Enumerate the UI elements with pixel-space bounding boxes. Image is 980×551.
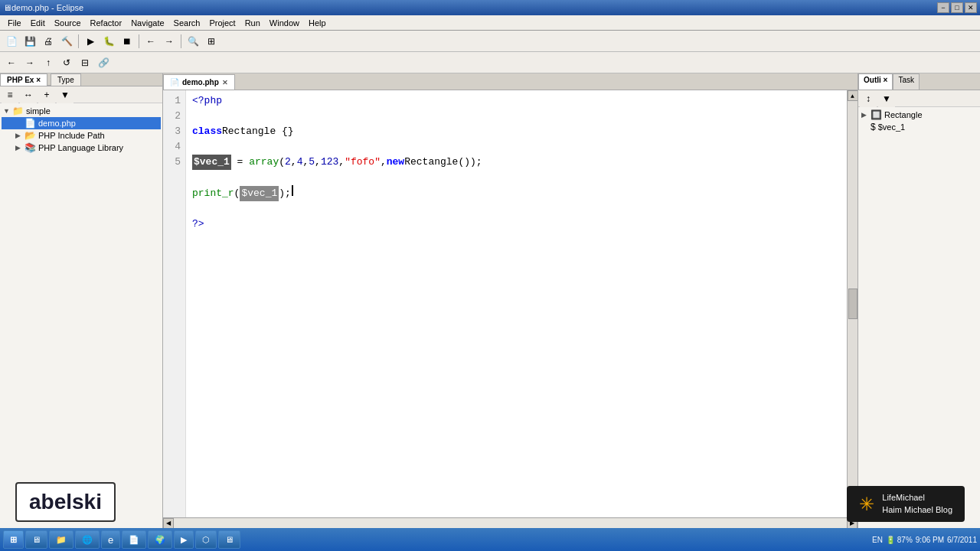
left-panel-toolbar: ≡ ↔ + ▼ bbox=[0, 86, 162, 103]
chrome-button[interactable]: 🌐 bbox=[75, 530, 100, 549]
outline-label-vec1: $vec_1 bbox=[878, 122, 905, 132]
watermark-subtitle: Haim Michael Blog bbox=[882, 504, 952, 516]
search-button[interactable]: 🔍 bbox=[185, 33, 201, 50]
tab-close-button[interactable]: ✕ bbox=[222, 79, 228, 86]
tray-battery: 🔋 87% bbox=[886, 536, 913, 544]
maximize-button[interactable]: □ bbox=[951, 2, 963, 13]
menu-project[interactable]: Project bbox=[204, 17, 240, 29]
hscroll-left[interactable]: ◀ bbox=[163, 518, 174, 529]
title-bar-text: demo.php - Eclipse bbox=[11, 3, 937, 12]
eclipse-button[interactable]: ⬡ bbox=[195, 530, 217, 549]
watermark-left: abelski bbox=[15, 482, 116, 522]
outline-filter-button[interactable]: ▼ bbox=[878, 90, 895, 107]
new-button[interactable]: 📄 bbox=[3, 33, 20, 50]
debug-button[interactable]: 🐛 bbox=[100, 33, 117, 50]
close-button[interactable]: ✕ bbox=[965, 2, 977, 13]
menu-bar: File Edit Source Refactor Navigate Searc… bbox=[0, 15, 980, 31]
new-php-button[interactable]: + bbox=[38, 86, 55, 103]
refresh-button[interactable]: ↺ bbox=[58, 54, 75, 71]
tab-task[interactable]: Task bbox=[893, 73, 920, 90]
forward-button[interactable]: → bbox=[161, 33, 178, 50]
forward2-button[interactable]: → bbox=[21, 54, 38, 71]
outline-item-rectangle[interactable]: ▶ 🔲 Rectangle bbox=[860, 109, 978, 121]
menu-refactor[interactable]: Refactor bbox=[86, 17, 127, 29]
expand-arrow-vec bbox=[861, 123, 871, 131]
collapse-button[interactable]: ⊟ bbox=[77, 54, 93, 71]
expand-arrow-file bbox=[15, 119, 24, 127]
php-file-icon: 📄 bbox=[24, 118, 36, 129]
editor-tab-demo[interactable]: 📄 demo.php ✕ bbox=[163, 74, 235, 90]
main-area: PHP Ex × Type ≡ ↔ + ▼ ▼ 📁 simple 📄 demo.… bbox=[0, 73, 980, 528]
var-icon: $ bbox=[871, 122, 876, 132]
title-bar: 🖥 demo.php - Eclipse − □ ✕ bbox=[0, 0, 980, 15]
editor-scrollbar[interactable]: ▲ ▼ bbox=[847, 90, 858, 517]
watermark-right: ✳ LifeMichael Haim Michael Blog bbox=[847, 486, 965, 522]
scroll-thumb[interactable] bbox=[848, 289, 858, 319]
run-button[interactable]: ▶ bbox=[82, 33, 99, 50]
menu-navigate[interactable]: Navigate bbox=[126, 17, 168, 29]
menu-source[interactable]: Source bbox=[50, 17, 86, 29]
code-content[interactable]: <?php class Rectangle {} $vec_1 = array(… bbox=[186, 90, 847, 517]
stop-button[interactable]: ⏹ bbox=[119, 33, 136, 50]
save-button[interactable]: 💾 bbox=[21, 33, 38, 50]
back2-button[interactable]: ← bbox=[3, 54, 20, 71]
taskbar: ⊞ 🖥 📁 🌐 e 📄 🌍 ▶ ⬡ 🖥 EN 🔋 87% 9:06 PM 6/7… bbox=[0, 528, 980, 551]
tree-label-include: PHP Include Path bbox=[38, 131, 105, 140]
tree-item-demo-php[interactable]: 📄 demo.php bbox=[2, 117, 161, 129]
filter-button[interactable]: ▼ bbox=[57, 86, 74, 103]
toolbar-sep-2 bbox=[139, 34, 139, 48]
menu-search[interactable]: Search bbox=[169, 17, 205, 29]
editor-hscrollbar[interactable]: ◀ ▶ bbox=[163, 517, 858, 528]
collapse-all-button[interactable]: ≡ bbox=[2, 86, 18, 103]
editor-area: 📄 demo.php ✕ 1 2 3 4 5 <?php class Recta… bbox=[163, 73, 858, 528]
menu-window[interactable]: Window bbox=[265, 17, 304, 29]
expand-arrow: ▼ bbox=[3, 107, 12, 115]
menu-file[interactable]: File bbox=[3, 17, 26, 29]
ie-button[interactable]: e bbox=[101, 530, 120, 549]
tray-date: 6/7/2011 bbox=[947, 536, 977, 544]
watermark-text-block: LifeMichael Haim Michael Blog bbox=[882, 492, 952, 516]
perspective-button[interactable]: ⊞ bbox=[203, 33, 220, 50]
tree-item-simple[interactable]: ▼ 📁 simple bbox=[2, 105, 161, 117]
media-button[interactable]: ▶ bbox=[174, 530, 194, 549]
tree-item-library[interactable]: ▶ 📚 PHP Language Library bbox=[2, 142, 161, 154]
outline-item-vec1[interactable]: $ $vec_1 bbox=[860, 121, 978, 133]
vm-button[interactable]: 🖥 bbox=[218, 530, 240, 549]
minimize-button[interactable]: − bbox=[937, 2, 949, 13]
tab-type[interactable]: Type bbox=[51, 73, 81, 86]
scroll-up-arrow[interactable]: ▲ bbox=[848, 90, 858, 101]
right-panel-tree: ▶ 🔲 Rectangle $ $vec_1 bbox=[858, 107, 980, 528]
outline-label-rectangle: Rectangle bbox=[884, 110, 923, 119]
menu-run[interactable]: Run bbox=[240, 17, 265, 29]
tree-item-include-path[interactable]: ▶ 📂 PHP Include Path bbox=[2, 129, 161, 142]
code-editor[interactable]: 1 2 3 4 5 <?php class Rectangle {} $vec_… bbox=[163, 90, 858, 517]
right-panel: Outli × Task ↕ ▼ ▶ 🔲 Rectangle $ $vec_1 bbox=[858, 73, 980, 528]
menu-help[interactable]: Help bbox=[304, 17, 331, 29]
link-editor-button[interactable]: ↔ bbox=[20, 86, 37, 103]
toolbar-secondary: ← → ↑ ↺ ⊟ 🔗 bbox=[0, 52, 980, 73]
left-panel-tree: ▼ 📁 simple 📄 demo.php ▶ 📂 PHP Include Pa… bbox=[0, 103, 162, 528]
expand-arrow-rect: ▶ bbox=[861, 111, 871, 119]
start-button[interactable]: ⊞ bbox=[3, 530, 24, 549]
pdf-button[interactable]: 📄 bbox=[122, 530, 146, 549]
up-button[interactable]: ↑ bbox=[40, 54, 57, 71]
menu-edit[interactable]: Edit bbox=[26, 17, 50, 29]
back-button[interactable]: ← bbox=[142, 33, 159, 50]
desktop-button[interactable]: 🖥 bbox=[25, 530, 47, 549]
outline-sort-button[interactable]: ↕ bbox=[860, 90, 877, 107]
browser2-button[interactable]: 🌍 bbox=[148, 530, 172, 549]
tab-outline[interactable]: Outli × bbox=[858, 73, 893, 90]
link-button[interactable]: 🔗 bbox=[95, 54, 112, 71]
tab-php-explorer[interactable]: PHP Ex × bbox=[0, 73, 47, 86]
build-button[interactable]: 🔨 bbox=[58, 33, 75, 50]
library-icon: 📚 bbox=[24, 142, 36, 153]
watermark-brand: LifeMichael bbox=[882, 492, 952, 504]
toolbar-sep-1 bbox=[78, 34, 79, 48]
print-button[interactable]: 🖨 bbox=[40, 33, 57, 50]
explorer-button[interactable]: 📁 bbox=[49, 530, 74, 549]
right-panel-tabs: Outli × Task bbox=[858, 73, 980, 90]
tree-label-simple: simple bbox=[26, 106, 51, 116]
editor-tabs: 📄 demo.php ✕ bbox=[163, 73, 858, 90]
line-numbers: 1 2 3 4 5 bbox=[163, 90, 186, 517]
right-panel-toolbar: ↕ ▼ bbox=[858, 90, 980, 107]
